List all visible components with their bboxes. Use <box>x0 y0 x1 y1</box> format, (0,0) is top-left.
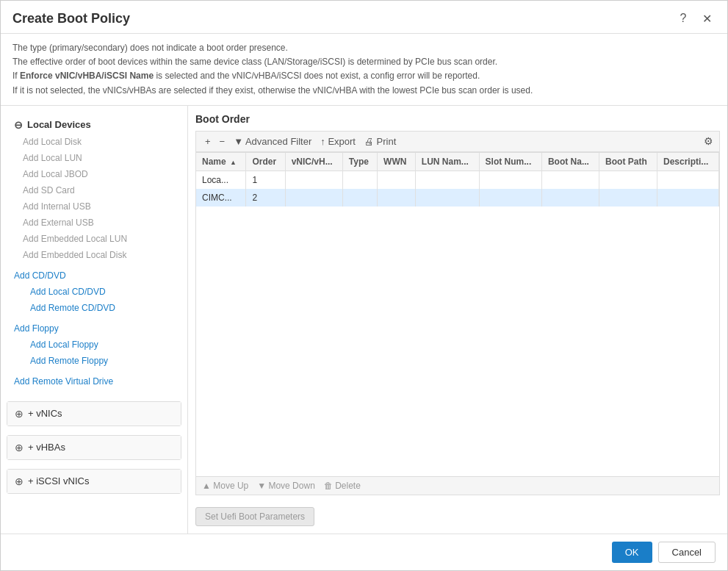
row2-description <box>657 189 719 207</box>
gear-btn[interactable]: ⚙ <box>704 135 713 147</box>
right-panel: Boot Order + − ▼ Advanced Filter ↑ Expor… <box>188 106 727 534</box>
vhbas-label: + vHBAs <box>28 442 65 453</box>
add-local-jbod: Add Local JBOD <box>7 166 181 182</box>
info-line1: The type (primary/secondary) does not in… <box>12 41 716 55</box>
boot-order-table: Name ▲ Order vNIC/vH... Type WWN LUN Nam… <box>196 153 719 207</box>
set-uefi-btn[interactable]: Set Uefi Boot Parameters <box>195 507 314 526</box>
vhbas-header[interactable]: ⊕ + vHBAs <box>7 436 181 459</box>
row2-type <box>342 189 377 207</box>
export-btn[interactable]: ↑ Export <box>317 134 358 148</box>
add-local-cd-dvd[interactable]: Add Local CD/DVD <box>7 284 181 300</box>
boot-order-toolbar: + − ▼ Advanced Filter ↑ Export 🖨 Print ⚙ <box>195 131 720 152</box>
move-up-btn[interactable]: ▲ Move Up <box>202 481 248 491</box>
row2-wwn <box>378 189 416 207</box>
row1-slot <box>479 170 541 189</box>
enforce-text: Enforce vNIC/vHBA/iSCSI Name <box>20 71 154 81</box>
add-cd-dvd-label[interactable]: Add CD/DVD <box>7 267 181 284</box>
add-external-usb: Add External USB <box>7 215 181 231</box>
add-local-floppy[interactable]: Add Local Floppy <box>7 337 181 353</box>
vnics-header[interactable]: ⊕ + vNICs <box>7 402 181 425</box>
move-down-btn[interactable]: ▼ Move Down <box>257 481 315 491</box>
boot-order-table-container: Name ▲ Order vNIC/vH... Type WWN LUN Nam… <box>195 152 720 477</box>
print-btn[interactable]: 🖨 Print <box>361 134 399 148</box>
dialog-header: Create Boot Policy ? ✕ <box>1 1 727 34</box>
bottom-toolbar: ▲ Move Up ▼ Move Down 🗑 Delete <box>195 477 720 495</box>
col-wwn: WWN <box>378 153 416 171</box>
row2-name: CIMC... <box>196 189 246 207</box>
local-devices-toggle: ⊖ <box>14 119 23 131</box>
col-order: Order <box>246 153 285 171</box>
info-section: The type (primary/secondary) does not in… <box>1 34 727 105</box>
delete-btn[interactable]: 🗑 Delete <box>324 481 361 491</box>
info-line2: The effective order of boot devices with… <box>12 55 716 69</box>
col-boot-name: Boot Na... <box>541 153 599 171</box>
local-devices-header[interactable]: ⊖ Local Devices <box>7 116 181 134</box>
remove-btn[interactable]: − <box>217 134 228 148</box>
add-remote-floppy[interactable]: Add Remote Floppy <box>7 353 181 369</box>
advanced-filter-btn[interactable]: ▼ Advanced Filter <box>231 134 314 148</box>
row2-order: 2 <box>246 189 285 207</box>
help-button[interactable]: ? <box>674 10 692 27</box>
ok-button[interactable]: OK <box>612 542 652 563</box>
boot-order-tbody: Loca... 1 CIMC... <box>196 170 719 207</box>
info-line4: If it is not selected, the vNICs/vHBAs a… <box>12 84 716 98</box>
add-remote-virtual-drive[interactable]: Add Remote Virtual Drive <box>7 373 181 389</box>
table-header-row: Name ▲ Order vNIC/vH... Type WWN LUN Nam… <box>196 153 719 171</box>
col-vnic: vNIC/vH... <box>285 153 342 171</box>
add-btn[interactable]: + <box>202 134 214 148</box>
add-local-lun: Add Local LUN <box>7 150 181 166</box>
header-icons: ? ✕ <box>674 10 716 27</box>
add-remote-cd-dvd[interactable]: Add Remote CD/DVD <box>7 300 181 316</box>
row1-order: 1 <box>246 170 285 189</box>
col-lun: LUN Nam... <box>415 153 479 171</box>
col-boot-path: Boot Path <box>599 153 657 171</box>
vhbas-icon: ⊕ <box>15 442 24 453</box>
vnics-icon: ⊕ <box>15 408 24 420</box>
row1-type <box>342 170 377 189</box>
uefi-btn-container: Set Uefi Boot Parameters <box>195 501 720 526</box>
collapsed-sections: ⊕ + vNICs ⊕ + vHBAs ⊕ + iSCSI vNICs <box>1 401 187 504</box>
add-embedded-local-lun: Add Embedded Local LUN <box>7 231 181 247</box>
row1-name: Loca... <box>196 170 246 189</box>
sort-indicator: ▲ <box>230 159 237 166</box>
add-floppy-label[interactable]: Add Floppy <box>7 320 181 337</box>
row1-wwn <box>378 170 416 189</box>
iscsi-header[interactable]: ⊕ + iSCSI vNICs <box>7 470 181 493</box>
col-slot: Slot Num... <box>479 153 541 171</box>
table-row[interactable]: Loca... 1 <box>196 170 719 189</box>
row1-vnic <box>285 170 342 189</box>
vhbas-section: ⊕ + vHBAs <box>7 435 181 460</box>
table-row[interactable]: CIMC... 2 <box>196 189 719 207</box>
create-boot-policy-dialog: Create Boot Policy ? ✕ The type (primary… <box>0 0 728 571</box>
left-panel: ⊖ Local Devices Add Local Disk Add Local… <box>1 106 188 534</box>
add-local-disk: Add Local Disk <box>7 134 181 150</box>
boot-order-title: Boot Order <box>195 113 720 125</box>
dialog-title: Create Boot Policy <box>12 11 130 26</box>
main-content: ⊖ Local Devices Add Local Disk Add Local… <box>1 105 727 534</box>
row1-boot-name <box>541 170 599 189</box>
row2-vnic <box>285 189 342 207</box>
row2-lun <box>415 189 479 207</box>
row1-description <box>657 170 719 189</box>
vnics-label: + vNICs <box>28 408 62 419</box>
col-description: Descripti... <box>657 153 719 171</box>
dialog-footer: OK Cancel <box>1 534 727 570</box>
row2-slot <box>479 189 541 207</box>
iscsi-label: + iSCSI vNICs <box>28 475 89 486</box>
col-name: Name ▲ <box>196 153 246 171</box>
local-devices-items: Add Local Disk Add Local LUN Add Local J… <box>7 134 181 263</box>
vnics-section: ⊕ + vNICs <box>7 401 181 426</box>
iscsi-section: ⊕ + iSCSI vNICs <box>7 469 181 494</box>
info-line3: If Enforce vNIC/vHBA/iSCSI Name is selec… <box>12 69 716 83</box>
row2-boot-name <box>541 189 599 207</box>
row1-boot-path <box>599 170 657 189</box>
add-internal-usb: Add Internal USB <box>7 198 181 215</box>
row2-boot-path <box>599 189 657 207</box>
add-sd-card: Add SD Card <box>7 182 181 198</box>
close-button[interactable]: ✕ <box>698 10 716 27</box>
cancel-button[interactable]: Cancel <box>658 542 716 563</box>
add-embedded-local-disk: Add Embedded Local Disk <box>7 247 181 263</box>
iscsi-icon: ⊕ <box>15 475 24 487</box>
row1-lun <box>415 170 479 189</box>
col-type: Type <box>342 153 377 171</box>
